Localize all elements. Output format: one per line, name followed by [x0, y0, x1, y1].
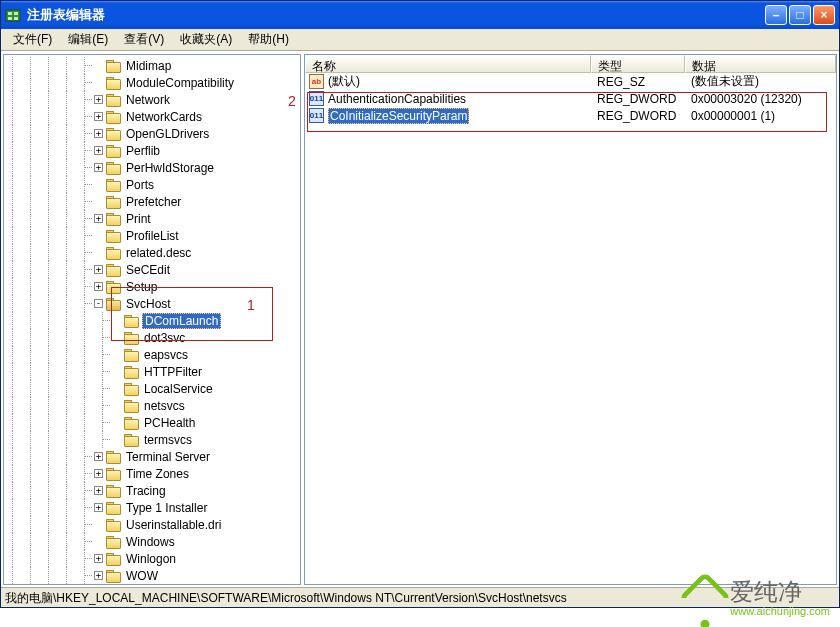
- maximize-button[interactable]: □: [789, 5, 811, 25]
- menu-help[interactable]: 帮助(H): [240, 28, 297, 51]
- tree-pane[interactable]: MidimapModuleCompatibility+Network+Netwo…: [3, 54, 301, 585]
- tree-item[interactable]: +Setup: [4, 278, 300, 295]
- tree-joint: [112, 350, 121, 359]
- expand-icon[interactable]: +: [94, 282, 103, 291]
- expand-icon[interactable]: +: [94, 554, 103, 563]
- expand-icon[interactable]: +: [94, 469, 103, 478]
- column-header-data[interactable]: 数据: [685, 55, 836, 73]
- value-data: 0x00000001 (1): [685, 109, 836, 123]
- expand-icon[interactable]: +: [94, 95, 103, 104]
- expand-icon[interactable]: +: [94, 486, 103, 495]
- collapse-icon[interactable]: -: [94, 299, 103, 308]
- tree-label: Network: [124, 93, 172, 107]
- tree-item[interactable]: +OpenGLDrivers: [4, 125, 300, 142]
- list-header: 名称 类型 数据: [305, 55, 836, 73]
- tree-label: Setup: [124, 280, 159, 294]
- list-row[interactable]: 011AuthenticationCapabilitiesREG_DWORD0x…: [305, 90, 836, 107]
- folder-icon: [106, 127, 121, 140]
- menu-view[interactable]: 查看(V): [116, 28, 172, 51]
- tree-joint: [94, 180, 103, 189]
- tree-item[interactable]: +Network: [4, 91, 300, 108]
- minimize-button[interactable]: –: [765, 5, 787, 25]
- value-data: (数值未设置): [685, 73, 836, 90]
- expand-icon[interactable]: +: [94, 146, 103, 155]
- expand-icon[interactable]: +: [94, 452, 103, 461]
- tree-item[interactable]: WPAEvents: [4, 584, 300, 585]
- tree-item[interactable]: Prefetcher: [4, 193, 300, 210]
- folder-icon: [106, 246, 121, 259]
- list-body: ab(默认)REG_SZ(数值未设置)011AuthenticationCapa…: [305, 73, 836, 124]
- value-name: AuthenticationCapabilities: [328, 92, 466, 106]
- tree-label: HTTPFilter: [142, 365, 204, 379]
- tree-item[interactable]: +Terminal Server: [4, 448, 300, 465]
- svg-rect-2: [14, 12, 18, 15]
- tree-item[interactable]: +WOW: [4, 567, 300, 584]
- tree-item[interactable]: +Winlogon: [4, 550, 300, 567]
- tree-item[interactable]: Windows: [4, 533, 300, 550]
- folder-icon: [106, 484, 121, 497]
- folder-icon: [106, 144, 121, 157]
- folder-icon: [106, 263, 121, 276]
- list-row[interactable]: 011CoInitializeSecurityParamREG_DWORD0x0…: [305, 107, 836, 124]
- expand-icon[interactable]: +: [94, 112, 103, 121]
- menu-favorites[interactable]: 收藏夹(A): [172, 28, 240, 51]
- tree-item[interactable]: +Time Zones: [4, 465, 300, 482]
- menu-edit[interactable]: 编辑(E): [60, 28, 116, 51]
- tree-label: WOW: [124, 569, 160, 583]
- tree-item[interactable]: +Perflib: [4, 142, 300, 159]
- tree-item[interactable]: +Print: [4, 210, 300, 227]
- tree-item[interactable]: +SeCEdit: [4, 261, 300, 278]
- column-header-name[interactable]: 名称: [305, 55, 591, 73]
- folder-icon: [106, 59, 121, 72]
- window-buttons: – □ ×: [765, 5, 835, 25]
- tree-item[interactable]: Midimap: [4, 57, 300, 74]
- menu-file[interactable]: 文件(F): [5, 28, 60, 51]
- tree-label: dot3svc: [142, 331, 187, 345]
- string-value-icon: ab: [309, 74, 324, 89]
- tree-label: PerHwIdStorage: [124, 161, 216, 175]
- expand-icon[interactable]: +: [94, 129, 103, 138]
- tree-item[interactable]: ProfileList: [4, 227, 300, 244]
- tree-item[interactable]: HTTPFilter: [4, 363, 300, 380]
- tree-item[interactable]: +Tracing: [4, 482, 300, 499]
- tree-item[interactable]: termsvcs: [4, 431, 300, 448]
- tree-item[interactable]: eapsvcs: [4, 346, 300, 363]
- svg-rect-3: [8, 17, 12, 20]
- tree-item[interactable]: related.desc: [4, 244, 300, 261]
- tree-item[interactable]: ModuleCompatibility: [4, 74, 300, 91]
- close-button[interactable]: ×: [813, 5, 835, 25]
- column-header-type[interactable]: 类型: [591, 55, 685, 73]
- tree-label: DComLaunch: [142, 313, 221, 329]
- tree-item[interactable]: netsvcs: [4, 397, 300, 414]
- tree-item[interactable]: +NetworkCards: [4, 108, 300, 125]
- list-pane[interactable]: 名称 类型 数据 ab(默认)REG_SZ(数值未设置)011Authentic…: [304, 54, 837, 585]
- tree-label: Prefetcher: [124, 195, 183, 209]
- binary-value-icon: 011: [309, 108, 324, 123]
- list-row[interactable]: ab(默认)REG_SZ(数值未设置): [305, 73, 836, 90]
- expand-icon[interactable]: +: [94, 214, 103, 223]
- tree-item[interactable]: +PerHwIdStorage: [4, 159, 300, 176]
- expand-icon[interactable]: +: [94, 265, 103, 274]
- folder-icon: [106, 518, 121, 531]
- tree-item[interactable]: Ports: [4, 176, 300, 193]
- tree-joint: [94, 61, 103, 70]
- tree-item[interactable]: +Type 1 Installer: [4, 499, 300, 516]
- titlebar[interactable]: 注册表编辑器 – □ ×: [1, 1, 839, 29]
- tree-list: MidimapModuleCompatibility+Network+Netwo…: [4, 55, 300, 585]
- tree-item[interactable]: DComLaunch: [4, 312, 300, 329]
- tree-item[interactable]: Userinstallable.dri: [4, 516, 300, 533]
- expand-icon[interactable]: +: [94, 503, 103, 512]
- tree-item[interactable]: PCHealth: [4, 414, 300, 431]
- tree-joint: [94, 78, 103, 87]
- folder-icon: [124, 399, 139, 412]
- tree-item[interactable]: LocalService: [4, 380, 300, 397]
- folder-icon: [106, 161, 121, 174]
- folder-icon: [106, 110, 121, 123]
- folder-icon: [106, 280, 121, 293]
- tree-item[interactable]: dot3svc: [4, 329, 300, 346]
- tree-label: Userinstallable.dri: [124, 518, 223, 532]
- tree-item[interactable]: -SvcHost: [4, 295, 300, 312]
- expand-icon[interactable]: +: [94, 571, 103, 580]
- expand-icon[interactable]: +: [94, 163, 103, 172]
- tree-joint: [112, 435, 121, 444]
